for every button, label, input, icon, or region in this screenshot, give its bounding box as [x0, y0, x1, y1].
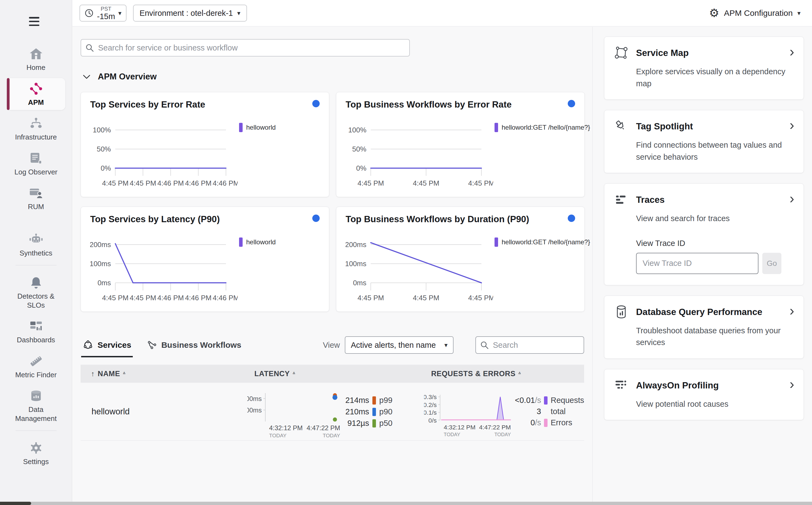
- traces-icon: [614, 192, 629, 207]
- requests-sparkline: 0.3/s0.2/s0.1/s0/s4:32:12 PMTODAY4:47:22…: [424, 388, 512, 443]
- column-header-name[interactable]: ↑ NAME ▵: [81, 365, 247, 383]
- services-tabs-row: Services Business Workflows View Active …: [81, 336, 584, 354]
- sidebar-item-rum[interactable]: RUM: [7, 182, 65, 214]
- sidebar-item-synthetics[interactable]: Synthetics: [7, 229, 65, 261]
- y-tick-label: 0%: [356, 164, 366, 172]
- chevron-right-icon[interactable]: ›: [790, 305, 794, 317]
- legend-swatch: [494, 237, 498, 247]
- line-chart: 200ms100ms0ms4:45 PM4:45 PM4:45 PM: [346, 225, 493, 307]
- gear-icon: ⚙: [709, 7, 719, 19]
- sort-triangle-icon: ▵: [518, 370, 521, 375]
- view-select[interactable]: Active alerts, then name ▾: [345, 336, 454, 354]
- tab-business-workflows[interactable]: Business Workflows: [147, 340, 241, 350]
- time-range-picker[interactable]: PST -15m ▾: [80, 5, 126, 22]
- column-header-requests-errors[interactable]: REQUESTS & ERRORS ▵: [424, 365, 584, 383]
- card-tag-spotlight[interactable]: Tag Spotlight › Find connections between…: [604, 110, 804, 173]
- chart-legend: helloworld:GET /hello/{name?}: [494, 123, 590, 132]
- chevron-right-icon[interactable]: ›: [790, 193, 794, 204]
- x-tick-label: 4:46 PM: [157, 294, 184, 302]
- sidebar-item-detectors-slos[interactable]: Detectors & SLOs: [7, 272, 65, 313]
- series-line: [371, 243, 481, 283]
- status-dot[interactable]: [568, 100, 575, 107]
- trace-id-input[interactable]: [636, 253, 759, 274]
- view-select-value: Active alerts, then name: [351, 341, 436, 350]
- card-service-map[interactable]: Service Map › Explore services visually …: [604, 37, 804, 100]
- card-traces[interactable]: Traces › View and search for traces View…: [604, 183, 804, 285]
- p50-swatch: [372, 419, 376, 428]
- service-map-icon: [614, 45, 629, 60]
- tab-services[interactable]: Services: [83, 340, 131, 350]
- y-tick-label: 100%: [348, 126, 367, 134]
- table-search-input[interactable]: [475, 336, 584, 354]
- x-tick-label: 4:45 PM: [413, 294, 439, 302]
- chart-title: Top Business Workflows by Error Rate: [346, 99, 512, 110]
- services-table: ↑ NAME ▵ LATENCY ▵ REQUESTS & ERRORS ▵ h…: [81, 365, 584, 441]
- sort-ascending-icon: ↑: [91, 370, 95, 378]
- requests-values: <0.01/s Requests 3 total 0/s Errors: [515, 396, 584, 440]
- alwayson-profiling-icon: [614, 378, 629, 393]
- nav-divider: [16, 431, 56, 431]
- chevron-right-icon[interactable]: ›: [790, 379, 794, 390]
- chevron-right-icon[interactable]: ›: [790, 120, 794, 131]
- view-trace-id-label: View Trace ID: [636, 239, 794, 248]
- y-tick-label: 100ms: [247, 406, 262, 414]
- errors-swatch: [544, 419, 548, 427]
- y-tick-label: 0.2/s: [424, 401, 437, 408]
- line-chart: 200ms100ms0ms4:45 PM4:45 PM4:46 PM4:46 P…: [90, 225, 238, 307]
- sidebar-item-apm[interactable]: APM: [7, 78, 65, 110]
- sidebar-item-data-management[interactable]: Data Management: [7, 385, 65, 426]
- column-header-latency[interactable]: LATENCY ▵: [247, 365, 424, 383]
- sidebar-item-dashboards[interactable]: Dashboards: [7, 316, 65, 348]
- environment-dropdown[interactable]: Environment : otel-derek-1 ▾: [133, 5, 247, 22]
- chart-card-top-services-error-rate: Top Services by Error Rate 100%50%0%4:45…: [81, 92, 329, 197]
- legend-swatch: [494, 123, 498, 132]
- scrollbar-thumb[interactable]: [0, 502, 31, 505]
- sidebar-item-settings[interactable]: Settings: [7, 437, 65, 470]
- chevron-right-icon[interactable]: ›: [790, 46, 794, 57]
- infrastructure-icon: [29, 117, 42, 130]
- service-name-cell: helloworld: [81, 383, 247, 440]
- x-tick-label: 4:46 PM: [213, 179, 238, 187]
- related-content-panel: Service Map › Explore services visually …: [592, 27, 812, 502]
- y-tick-label: 200ms: [346, 240, 366, 249]
- app-root: Home APM Infrastructure: [0, 0, 812, 505]
- status-dot[interactable]: [312, 100, 320, 107]
- apm-configuration-menu[interactable]: ⚙ APM Configuration ▾: [709, 7, 801, 19]
- bell-icon: [30, 276, 42, 289]
- data-point-p90: [333, 395, 337, 400]
- sidebar-item-home[interactable]: Home: [7, 43, 65, 75]
- request-spike: [497, 397, 504, 420]
- data-point-p50: [333, 417, 337, 422]
- status-dot[interactable]: [312, 214, 320, 222]
- sidebar-item-log-observer[interactable]: Log Observer: [7, 148, 65, 180]
- p99-swatch: [372, 396, 376, 404]
- ruler-icon: [29, 354, 43, 368]
- chart-card-top-services-latency: Top Services by Latency (P90) 200ms100ms…: [81, 207, 329, 312]
- rum-icon: [29, 186, 43, 200]
- card-alwayson-profiling[interactable]: AlwaysOn Profiling › View potential root…: [604, 369, 804, 420]
- trace-id-form: Go: [636, 253, 794, 274]
- status-dot[interactable]: [568, 214, 575, 222]
- horizontal-scrollbar[interactable]: [0, 502, 812, 505]
- dashboards-icon: [30, 319, 42, 333]
- apm-overview-section-toggle[interactable]: APM Overview: [81, 72, 584, 81]
- apm-icon: [29, 82, 42, 96]
- go-button[interactable]: Go: [762, 253, 781, 274]
- chart-title: Top Services by Latency (P90): [90, 214, 220, 224]
- x-tick-label: 4:46 PM: [157, 179, 184, 187]
- environment-value: Environment : otel-derek-1: [140, 9, 233, 18]
- menu-toggle-icon[interactable]: [29, 17, 39, 26]
- apm-configuration-label: APM Configuration: [724, 8, 793, 18]
- clock-icon: [85, 8, 94, 18]
- x-tick-label: 4:46 PM: [185, 294, 212, 302]
- topbar: PST -15m ▾ Environment : otel-derek-1 ▾ …: [73, 0, 812, 26]
- search-icon: [86, 44, 94, 52]
- sort-triangle-icon: ▵: [123, 370, 126, 375]
- section-title: APM Overview: [98, 72, 156, 81]
- sidebar-item-infrastructure[interactable]: Infrastructure: [7, 113, 65, 145]
- table-row-helloworld[interactable]: helloworld 200ms100ms4:32:12 PMTODAY4:47…: [81, 383, 584, 441]
- sidebar-item-metric-finder[interactable]: Metric Finder: [7, 350, 65, 383]
- card-database-query-performance[interactable]: Database Query Performance › Troubleshoo…: [604, 296, 804, 359]
- home-icon: [29, 47, 43, 60]
- service-search-input[interactable]: [81, 39, 410, 56]
